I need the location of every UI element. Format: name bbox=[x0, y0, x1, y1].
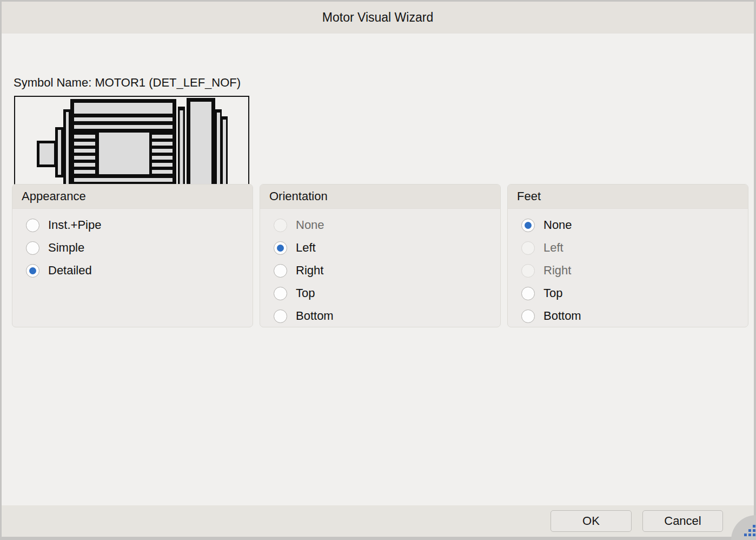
title-bar: Motor Visual Wizard bbox=[2, 2, 754, 34]
group-orientation: Orientation None Left Right Top Bottom bbox=[260, 184, 501, 327]
group-appearance-title: Appearance bbox=[12, 185, 253, 209]
feet-option-none[interactable]: None bbox=[508, 214, 748, 236]
ok-button[interactable]: OK bbox=[551, 510, 632, 532]
window-title: Motor Visual Wizard bbox=[322, 10, 433, 25]
group-appearance: Appearance Inst.+Pipe Simple Detailed bbox=[12, 184, 253, 327]
feet-option-bottom[interactable]: Bottom bbox=[508, 305, 748, 327]
appearance-option-inst-pipe[interactable]: Inst.+Pipe bbox=[12, 214, 253, 236]
symbol-name-label: Symbol Name: MOTOR1 (DET_LEF_NOF) bbox=[14, 76, 241, 90]
appearance-option-inst-pipe-label: Inst.+Pipe bbox=[48, 218, 101, 232]
feet-option-left-label: Left bbox=[543, 241, 563, 255]
radio-icon bbox=[274, 219, 287, 232]
radio-icon[interactable] bbox=[274, 309, 287, 323]
group-feet-options: None Left Right Top Bottom bbox=[508, 209, 748, 327]
radio-icon[interactable] bbox=[274, 241, 287, 255]
appearance-option-simple[interactable]: Simple bbox=[12, 236, 253, 259]
feet-option-bottom-label: Bottom bbox=[543, 309, 581, 323]
radio-icon[interactable] bbox=[521, 219, 535, 232]
group-appearance-options: Inst.+Pipe Simple Detailed bbox=[12, 209, 253, 282]
button-bar bbox=[2, 505, 754, 537]
feet-option-none-label: None bbox=[543, 218, 572, 232]
feet-option-top[interactable]: Top bbox=[508, 282, 748, 305]
orientation-option-right-label: Right bbox=[296, 264, 323, 278]
appearance-option-detailed[interactable]: Detailed bbox=[12, 259, 253, 282]
radio-icon[interactable] bbox=[26, 219, 39, 232]
orientation-option-top-label: Top bbox=[296, 286, 315, 300]
radio-icon[interactable] bbox=[521, 287, 535, 300]
radio-icon[interactable] bbox=[274, 264, 287, 278]
feet-option-right-label: Right bbox=[543, 264, 571, 278]
feet-option-left: Left bbox=[508, 236, 748, 259]
radio-icon[interactable] bbox=[26, 264, 39, 278]
radio-icon[interactable] bbox=[521, 309, 535, 323]
radio-icon[interactable] bbox=[26, 241, 39, 255]
orientation-option-left[interactable]: Left bbox=[260, 236, 500, 259]
feet-option-right: Right bbox=[508, 259, 748, 282]
orientation-option-bottom[interactable]: Bottom bbox=[260, 305, 500, 327]
orientation-option-top[interactable]: Top bbox=[260, 282, 500, 305]
radio-icon bbox=[521, 264, 535, 278]
group-orientation-options: None Left Right Top Bottom bbox=[260, 209, 500, 327]
radio-icon bbox=[521, 241, 535, 255]
orientation-option-left-label: Left bbox=[296, 241, 316, 255]
orientation-option-none-label: None bbox=[296, 218, 324, 232]
orientation-option-right[interactable]: Right bbox=[260, 259, 500, 282]
orientation-option-bottom-label: Bottom bbox=[296, 309, 334, 323]
appearance-option-detailed-label: Detailed bbox=[48, 264, 92, 278]
resize-grip-icon[interactable] bbox=[731, 515, 756, 540]
appearance-option-simple-label: Simple bbox=[48, 241, 84, 255]
radio-icon[interactable] bbox=[274, 287, 287, 300]
feet-option-top-label: Top bbox=[543, 286, 562, 300]
group-feet-title: Feet bbox=[508, 185, 748, 209]
group-feet: Feet None Left Right Top Bottom bbox=[507, 184, 748, 327]
cancel-button[interactable]: Cancel bbox=[642, 510, 723, 532]
orientation-option-none: None bbox=[260, 214, 500, 236]
group-orientation-title: Orientation bbox=[260, 185, 500, 209]
